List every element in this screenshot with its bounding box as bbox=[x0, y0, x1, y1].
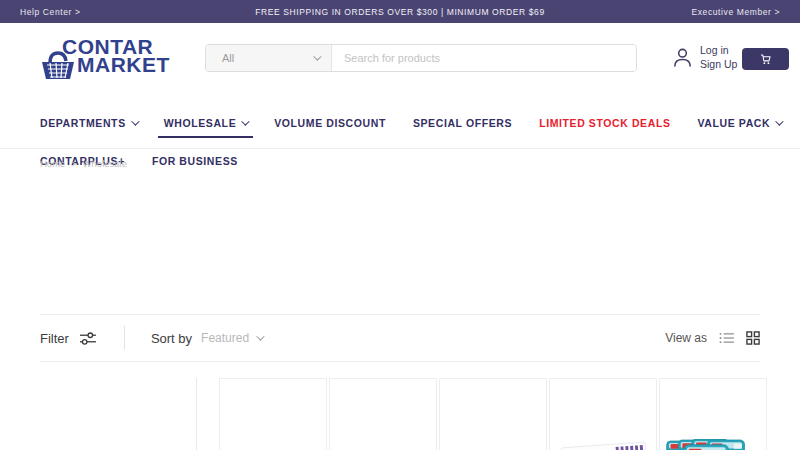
executive-member-link[interactable]: Executive Member > bbox=[691, 7, 780, 17]
view-as: View as bbox=[665, 331, 760, 345]
view-as-label: View as bbox=[665, 331, 707, 345]
breadcrumb-current: Wholesale bbox=[83, 158, 127, 169]
search-category-value: All bbox=[222, 52, 234, 64]
sort-select[interactable]: Featured bbox=[201, 331, 262, 345]
chevron-down-icon bbox=[131, 117, 139, 125]
breadcrumb-home[interactable]: Home bbox=[40, 158, 65, 169]
product-image-dove-soap: Dove bbox=[554, 439, 652, 450]
sort-by-label: Sort by bbox=[151, 331, 192, 346]
filter-sliders-icon bbox=[79, 331, 96, 346]
chevron-down-icon bbox=[313, 52, 321, 60]
shipping-promo-text: FREE SHIPPING IN ORDERS OVER $300 | MINI… bbox=[0, 7, 800, 17]
breadcrumb-separator: > bbox=[71, 159, 76, 169]
signup-link[interactable]: Sign Up bbox=[700, 57, 737, 71]
product-image-healthy-feet: HEALTHY FEET bbox=[664, 439, 762, 450]
cart-icon bbox=[760, 54, 771, 65]
chevron-down-icon bbox=[775, 117, 783, 125]
grid-view-icon[interactable] bbox=[746, 331, 760, 345]
breadcrumb: Home > Wholesale bbox=[40, 158, 127, 169]
nav-item-for-business[interactable]: FOR BUSINESS bbox=[152, 151, 238, 176]
announcement-bar: Help Center > FREE SHIPPING IN ORDERS OV… bbox=[0, 0, 800, 23]
search-bar: All bbox=[205, 44, 637, 72]
account-login[interactable]: Log in Sign Up bbox=[672, 43, 737, 71]
filter-label: Filter bbox=[40, 331, 69, 346]
store-logo[interactable]: CONTAR MARKET bbox=[40, 35, 190, 85]
product-image-lotion-bottles bbox=[224, 439, 322, 450]
product-card[interactable]: HEALTHY FEET bbox=[659, 378, 767, 450]
product-card[interactable]: Dove bbox=[549, 378, 657, 450]
help-center-link[interactable]: Help Center > bbox=[20, 7, 80, 17]
product-grid: Dove bbox=[196, 378, 760, 450]
chevron-down-icon bbox=[241, 117, 249, 125]
toolbar-divider bbox=[124, 326, 125, 350]
sort-by: Sort by Featured bbox=[151, 331, 262, 346]
cart-button[interactable] bbox=[742, 48, 789, 70]
logo-text-line2: MARKET bbox=[77, 53, 170, 77]
login-link[interactable]: Log in bbox=[700, 43, 737, 57]
nav-item-volume-discount[interactable]: VOLUME DISCOUNT bbox=[274, 113, 386, 138]
sort-selected-value: Featured bbox=[201, 331, 249, 345]
product-image-purple-packs bbox=[334, 439, 432, 450]
list-view-icon[interactable] bbox=[719, 332, 734, 344]
product-card[interactable] bbox=[219, 378, 327, 450]
product-card[interactable] bbox=[329, 378, 437, 450]
nav-item-limited-stock-deals[interactable]: LIMITED STOCK DEALS bbox=[539, 113, 670, 138]
nav-item-wholesale[interactable]: WHOLESALE bbox=[164, 113, 247, 138]
search-category-select[interactable]: All bbox=[206, 45, 332, 71]
user-icon bbox=[672, 47, 693, 68]
chevron-down-icon bbox=[256, 332, 264, 340]
nav-item-special-offers[interactable]: SPECIAL OFFERS bbox=[413, 113, 512, 138]
site-header: CONTAR MARKET All Log in Sign Up DEPARTM bbox=[0, 23, 800, 149]
search-input[interactable] bbox=[332, 45, 636, 71]
product-image-dropper-bottles bbox=[444, 439, 542, 450]
listing-toolbar: Filter Sort by Featured View as bbox=[40, 314, 760, 362]
main-navigation: DEPARTMENTS WHOLESALE VOLUME DISCOUNT SP… bbox=[40, 113, 760, 176]
nav-item-value-pack[interactable]: VALUE PACK bbox=[698, 113, 782, 138]
filter-button[interactable]: Filter bbox=[40, 331, 96, 346]
nav-item-departments[interactable]: DEPARTMENTS bbox=[40, 113, 137, 138]
product-card[interactable] bbox=[439, 378, 547, 450]
